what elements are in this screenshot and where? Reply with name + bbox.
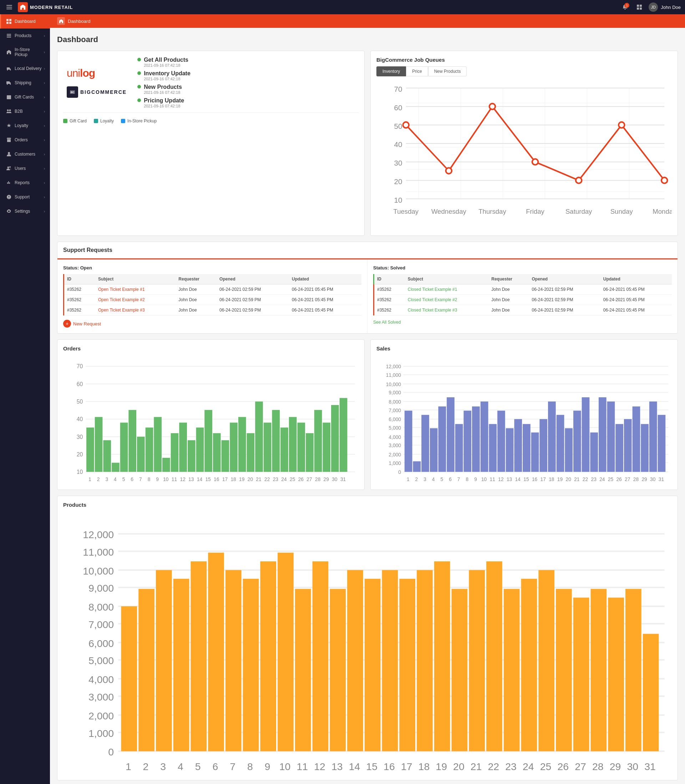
svg-rect-6 bbox=[640, 8, 642, 10]
svg-rect-84 bbox=[230, 422, 238, 472]
svg-text:20: 20 bbox=[394, 177, 402, 185]
support-chevron-icon: › bbox=[44, 195, 45, 199]
svg-rect-92 bbox=[297, 422, 305, 472]
closed-ticket-link-2[interactable]: Closed Ticket Example #2 bbox=[408, 297, 458, 302]
open-ticket-link-2[interactable]: Open Ticket Example #2 bbox=[98, 297, 145, 302]
svg-rect-163 bbox=[472, 406, 480, 472]
open-ticket-link-3[interactable]: Open Ticket Example #3 bbox=[98, 308, 145, 313]
svg-point-22 bbox=[9, 166, 11, 168]
svg-text:60: 60 bbox=[394, 104, 402, 112]
svg-text:13: 13 bbox=[331, 761, 343, 772]
orders-bar-chart: 10 20 30 40 50 60 70 bbox=[63, 356, 359, 482]
svg-text:21: 21 bbox=[574, 477, 579, 482]
svg-text:20: 20 bbox=[566, 477, 571, 482]
svg-text:5: 5 bbox=[441, 477, 443, 482]
products-bar-chart: 0 1,000 2,000 3,000 4,000 5,000 6,000 7,… bbox=[63, 512, 672, 773]
svg-text:28: 28 bbox=[633, 477, 639, 482]
svg-text:5,000: 5,000 bbox=[88, 655, 114, 666]
sidebar-item-loyalty[interactable]: Loyalty › bbox=[0, 118, 50, 133]
closed-ticket-id-3: #35262 bbox=[374, 305, 405, 315]
opened-3: 06-24-2021 02:59 PM bbox=[217, 305, 289, 315]
opened-2: 06-24-2021 02:59 PM bbox=[217, 295, 289, 305]
svg-text:19: 19 bbox=[557, 477, 563, 482]
sidebar-item-reports[interactable]: Reports › bbox=[0, 175, 50, 190]
see-all-solved-link[interactable]: See All Solved bbox=[373, 320, 672, 325]
open-ticket-link-1[interactable]: Open Ticket Example #1 bbox=[98, 287, 145, 292]
svg-text:30: 30 bbox=[77, 434, 83, 440]
svg-text:6,000: 6,000 bbox=[389, 417, 401, 422]
sidebar-item-products[interactable]: Products › bbox=[0, 29, 50, 43]
closed-ticket-link-3[interactable]: Closed Ticket Example #3 bbox=[408, 308, 458, 313]
sidebar-item-shipping-label: Shipping bbox=[15, 80, 31, 85]
sidebar-item-settings[interactable]: Settings › bbox=[0, 204, 50, 218]
grid-button[interactable] bbox=[634, 2, 644, 12]
support-requests-section: Support Requests Status: Open ID Subject… bbox=[57, 242, 678, 334]
new-request-button[interactable]: + New Request bbox=[63, 320, 101, 328]
svg-rect-96 bbox=[331, 405, 339, 472]
sidebar-item-local-delivery[interactable]: Local Delivery › bbox=[0, 62, 50, 76]
breadcrumb-home-icon bbox=[57, 17, 65, 25]
svg-text:31: 31 bbox=[340, 477, 346, 482]
sidebar-item-b2b[interactable]: B2B › bbox=[0, 104, 50, 118]
unilog-logo: unilog bbox=[67, 67, 95, 79]
svg-text:24: 24 bbox=[599, 477, 605, 482]
tab-price[interactable]: Price bbox=[406, 67, 428, 76]
status-dot-2 bbox=[137, 71, 141, 75]
sidebar-item-customers[interactable]: Customers › bbox=[0, 147, 50, 161]
products-chart-section: Products 0 1,000 2,000 3,000 4,000 5,000… bbox=[57, 496, 678, 781]
svg-rect-244 bbox=[138, 589, 154, 751]
table-row: #35262 Closed Ticket Example #1 John Doe… bbox=[374, 284, 672, 295]
svg-rect-171 bbox=[539, 419, 547, 472]
svg-rect-268 bbox=[556, 589, 572, 751]
loyalty-icon bbox=[6, 123, 12, 128]
legend-gift-card: Gift Card bbox=[63, 118, 87, 123]
svg-rect-176 bbox=[582, 397, 590, 472]
svg-point-11 bbox=[7, 70, 8, 71]
svg-text:9: 9 bbox=[265, 761, 270, 772]
sidebar-item-users[interactable]: Users › bbox=[0, 161, 50, 175]
closed-ticket-link-1[interactable]: Closed Ticket Example #1 bbox=[408, 287, 458, 292]
svg-text:16: 16 bbox=[532, 477, 538, 482]
svg-text:1,000: 1,000 bbox=[88, 727, 114, 739]
svg-rect-269 bbox=[573, 597, 589, 751]
customers-chevron-icon: › bbox=[44, 153, 45, 156]
svg-rect-162 bbox=[463, 411, 471, 472]
sidebar-item-in-store-pickup[interactable]: In-Store Pickup › bbox=[0, 43, 50, 62]
sidebar: Dashboard Products › In-Store Pickup › bbox=[0, 14, 50, 784]
svg-text:30: 30 bbox=[650, 477, 656, 482]
col-requester-open: Requester bbox=[175, 274, 217, 284]
svg-point-42 bbox=[532, 159, 538, 165]
gift-cards-chevron-icon: › bbox=[44, 95, 45, 99]
sidebar-item-customers-label: Customers bbox=[15, 152, 35, 157]
tab-new-products[interactable]: New Products bbox=[428, 67, 467, 76]
top-nav-icons: 1 JD John Doe bbox=[620, 2, 681, 12]
sidebar-item-orders[interactable]: Orders › bbox=[0, 133, 50, 147]
svg-text:Friday: Friday bbox=[526, 208, 544, 215]
svg-text:5,000: 5,000 bbox=[389, 425, 401, 431]
svg-rect-90 bbox=[281, 427, 288, 472]
svg-rect-10 bbox=[9, 22, 11, 24]
svg-text:10: 10 bbox=[77, 469, 83, 475]
sidebar-item-support[interactable]: Support › bbox=[0, 190, 50, 204]
unilog-item-1-title: Get All Products bbox=[144, 57, 188, 63]
sidebar-item-gift-cards[interactable]: Gift Cards › bbox=[0, 90, 50, 104]
tab-inventory[interactable]: Inventory bbox=[377, 67, 406, 76]
notifications-button[interactable]: 1 bbox=[620, 2, 630, 12]
sidebar-item-dashboard[interactable]: Dashboard bbox=[0, 14, 50, 29]
svg-text:27: 27 bbox=[307, 477, 312, 482]
svg-text:1,000: 1,000 bbox=[389, 461, 401, 466]
status-dot-4 bbox=[137, 99, 141, 102]
job-queues-title: BigCommerce Job Queues bbox=[377, 57, 672, 63]
sidebar-item-shipping[interactable]: Shipping › bbox=[0, 76, 50, 90]
svg-rect-259 bbox=[399, 579, 415, 751]
svg-text:10: 10 bbox=[279, 761, 291, 772]
svg-text:2: 2 bbox=[143, 761, 149, 772]
unilog-item-4-title: Pricing Update bbox=[144, 97, 184, 104]
users-chevron-icon: › bbox=[44, 167, 45, 170]
svg-rect-248 bbox=[208, 553, 224, 751]
menu-button[interactable] bbox=[4, 2, 14, 12]
legend-loyalty-label: Loyalty bbox=[100, 118, 114, 123]
bigcommerce-icon: BC bbox=[67, 86, 78, 98]
svg-rect-0 bbox=[6, 5, 12, 6]
sidebar-item-reports-label: Reports bbox=[15, 180, 29, 185]
